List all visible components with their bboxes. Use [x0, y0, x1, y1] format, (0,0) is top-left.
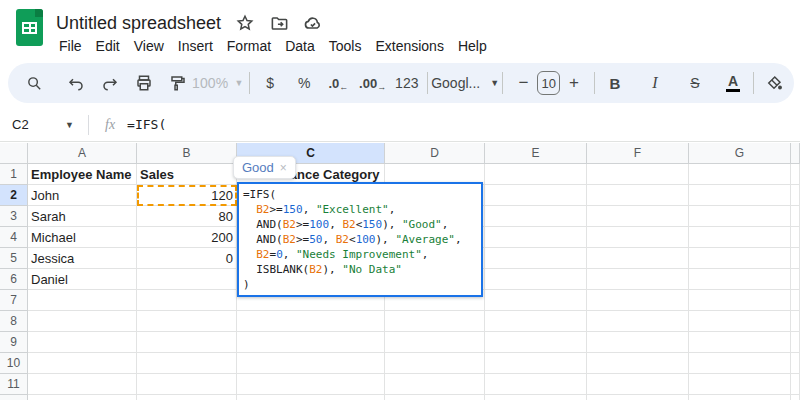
- cell-B9[interactable]: [137, 332, 237, 353]
- cell-D11[interactable]: [385, 374, 485, 395]
- cell-B10[interactable]: [137, 353, 237, 374]
- column-header-B[interactable]: B: [137, 143, 237, 164]
- cell-x8[interactable]: [791, 311, 800, 332]
- row-header-11[interactable]: 11: [0, 374, 28, 395]
- cell-C9[interactable]: [237, 332, 385, 353]
- cell-F10[interactable]: [587, 353, 689, 374]
- font-family-select[interactable]: Googl... ▼: [434, 69, 497, 97]
- bold-button[interactable]: B: [601, 69, 629, 97]
- cell-E11[interactable]: [485, 374, 587, 395]
- move-to-folder-icon[interactable]: [269, 13, 289, 33]
- cell-C[interactable]: [237, 395, 385, 400]
- formula-input[interactable]: =IFS(: [127, 117, 166, 132]
- menu-item-format[interactable]: Format: [220, 36, 278, 58]
- cell-B8[interactable]: [137, 311, 237, 332]
- row-header-partial[interactable]: [0, 395, 28, 400]
- cell-x2[interactable]: [791, 185, 800, 206]
- cell-G10[interactable]: [689, 353, 791, 374]
- cell-G7[interactable]: [689, 290, 791, 311]
- cell-C10[interactable]: [237, 353, 385, 374]
- cell-G[interactable]: [689, 395, 791, 400]
- redo-icon[interactable]: [96, 69, 124, 97]
- cell-F[interactable]: [587, 395, 689, 400]
- cell-A6[interactable]: Daniel: [28, 269, 137, 290]
- increase-decimal-button[interactable]: .00→: [358, 69, 387, 97]
- fill-color-icon[interactable]: [760, 69, 788, 97]
- menu-item-file[interactable]: File: [52, 36, 89, 58]
- row-header-1[interactable]: 1: [0, 164, 28, 185]
- cell-G1[interactable]: [689, 164, 791, 185]
- cell-B[interactable]: [137, 395, 237, 400]
- cell-F2[interactable]: [587, 185, 689, 206]
- cell-x7[interactable]: [791, 290, 800, 311]
- zoom-select[interactable]: 100% ▼: [192, 69, 243, 97]
- decrease-font-size-button[interactable]: −: [509, 69, 537, 97]
- print-icon[interactable]: [130, 69, 158, 97]
- undo-icon[interactable]: [62, 69, 90, 97]
- cell-E6[interactable]: [485, 269, 587, 290]
- cell-A8[interactable]: [28, 311, 137, 332]
- cell-A1[interactable]: Employee Name: [28, 164, 137, 185]
- column-header-G[interactable]: G: [689, 143, 791, 164]
- column-header-D[interactable]: D: [385, 143, 485, 164]
- cell-A[interactable]: [28, 395, 137, 400]
- column-header-E[interactable]: E: [485, 143, 587, 164]
- cell-x10[interactable]: [791, 353, 800, 374]
- column-header-partial[interactable]: [791, 143, 800, 164]
- cell-B5[interactable]: 0: [137, 248, 237, 269]
- row-header-9[interactable]: 9: [0, 332, 28, 353]
- cell-A11[interactable]: [28, 374, 137, 395]
- cell-D10[interactable]: [385, 353, 485, 374]
- cell-G11[interactable]: [689, 374, 791, 395]
- cell-formula-editor[interactable]: =IFS( B2>=150, "Excellent", AND(B2>=100,…: [237, 182, 483, 297]
- cell-A3[interactable]: Sarah: [28, 206, 137, 227]
- number-format-button[interactable]: 123: [393, 69, 421, 97]
- row-header-3[interactable]: 3: [0, 206, 28, 227]
- cell-G5[interactable]: [689, 248, 791, 269]
- increase-font-size-button[interactable]: +: [560, 69, 588, 97]
- cell-E7[interactable]: [485, 290, 587, 311]
- cell-E[interactable]: [485, 395, 587, 400]
- grid-corner[interactable]: [0, 143, 28, 164]
- menu-item-help[interactable]: Help: [451, 36, 494, 58]
- cell-B4[interactable]: 200: [137, 227, 237, 248]
- menu-item-view[interactable]: View: [127, 36, 171, 58]
- row-header-5[interactable]: 5: [0, 248, 28, 269]
- row-header-2[interactable]: 2: [0, 185, 28, 206]
- cell-D9[interactable]: [385, 332, 485, 353]
- cell-x[interactable]: [791, 395, 800, 400]
- menu-item-edit[interactable]: Edit: [89, 36, 127, 58]
- row-header-4[interactable]: 4: [0, 227, 28, 248]
- cell-F5[interactable]: [587, 248, 689, 269]
- cell-B1[interactable]: Sales: [137, 164, 237, 185]
- cell-A2[interactable]: John: [28, 185, 137, 206]
- star-icon[interactable]: [235, 13, 255, 33]
- menu-item-insert[interactable]: Insert: [171, 36, 220, 58]
- row-header-6[interactable]: 6: [0, 269, 28, 290]
- cell-F3[interactable]: [587, 206, 689, 227]
- format-currency-button[interactable]: $: [256, 69, 284, 97]
- cell-x11[interactable]: [791, 374, 800, 395]
- cloud-status-icon[interactable]: [303, 13, 323, 33]
- cell-B3[interactable]: 80: [137, 206, 237, 227]
- menu-item-extensions[interactable]: Extensions: [368, 36, 450, 58]
- document-title[interactable]: Untitled spreadsheet: [56, 13, 221, 34]
- cell-G2[interactable]: [689, 185, 791, 206]
- cell-x6[interactable]: [791, 269, 800, 290]
- cell-A9[interactable]: [28, 332, 137, 353]
- cell-A5[interactable]: Jessica: [28, 248, 137, 269]
- cell-B11[interactable]: [137, 374, 237, 395]
- paint-format-icon[interactable]: [164, 69, 192, 97]
- menu-item-tools[interactable]: Tools: [322, 36, 369, 58]
- cell-E9[interactable]: [485, 332, 587, 353]
- cell-B6[interactable]: [137, 269, 237, 290]
- cell-E10[interactable]: [485, 353, 587, 374]
- cell-F7[interactable]: [587, 290, 689, 311]
- row-header-8[interactable]: 8: [0, 311, 28, 332]
- cell-F8[interactable]: [587, 311, 689, 332]
- cell-E1[interactable]: [485, 164, 587, 185]
- search-icon[interactable]: [20, 69, 48, 97]
- cell-F11[interactable]: [587, 374, 689, 395]
- font-size-input[interactable]: 10: [537, 71, 560, 95]
- column-header-A[interactable]: A: [28, 143, 137, 164]
